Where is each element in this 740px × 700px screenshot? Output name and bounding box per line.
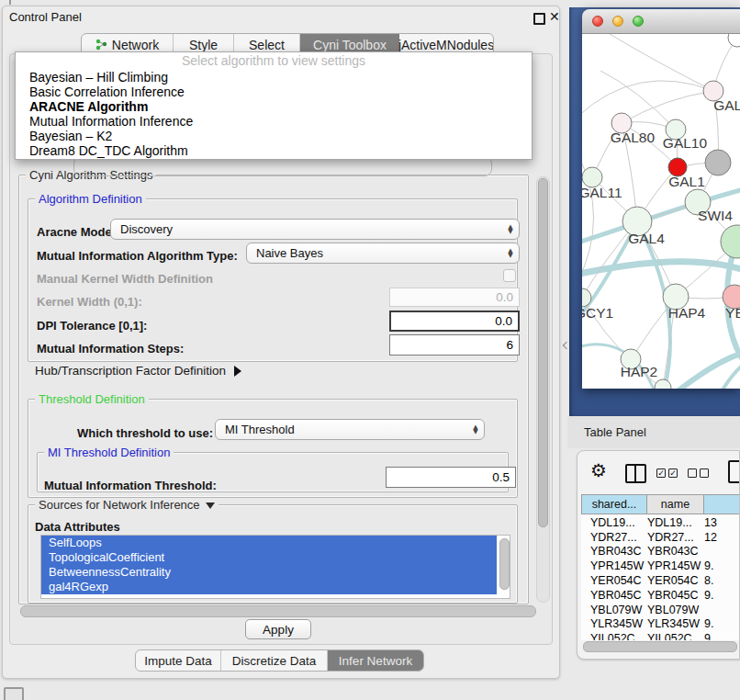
network-edge[interactable] bbox=[582, 81, 713, 117]
node-label-gcy1: GCY1 bbox=[582, 305, 613, 321]
table-header-row: shared...name bbox=[581, 494, 740, 514]
algorithm-option-bayesian-hill-climbing[interactable]: Bayesian – Hill Climbing bbox=[16, 70, 532, 85]
node-label-gal11: GAL11 bbox=[582, 185, 622, 200]
apply-button-label: Apply bbox=[263, 623, 294, 637]
threshold-definition-title: Threshold Definition bbox=[35, 393, 149, 405]
table-row[interactable]: YDL19...YDL19...13 bbox=[581, 515, 740, 530]
table-panel-title: Table Panel bbox=[584, 425, 646, 439]
table-cell: YER054C bbox=[647, 574, 704, 587]
table-cell: YBL079W bbox=[581, 604, 647, 616]
which-threshold-combo[interactable]: MI Threshold ▲▼ bbox=[215, 419, 485, 440]
deselect-all-icon[interactable] bbox=[688, 469, 709, 478]
table-cell: YBR045C bbox=[581, 589, 647, 602]
hub-definition-expander[interactable]: Hub/Transcription Factor Definition bbox=[35, 364, 241, 378]
table-row[interactable]: YIL052CYIL052C9. bbox=[581, 631, 740, 640]
table-row[interactable]: YLR345WYLR345W9. bbox=[581, 617, 740, 632]
tab-impute-data[interactable]: Impute Data bbox=[136, 650, 221, 671]
hub-definition-label: Hub/Transcription Factor Definition bbox=[35, 364, 226, 378]
dpi-tolerance-field[interactable]: 0.0 bbox=[389, 310, 520, 332]
apply-button[interactable]: Apply bbox=[245, 619, 311, 639]
network-canvas[interactable]: GAL7GAL80GAL10GAL1SWI4GAL11GAL4GCY1HAP4Y… bbox=[582, 34, 740, 389]
which-threshold-value: MI Threshold bbox=[216, 423, 467, 436]
attribute-item-topologicalcoefficient[interactable]: TopologicalCoefficient bbox=[41, 550, 497, 565]
algorithm-option-mutual-information-inference[interactable]: Mutual Information Inference bbox=[16, 114, 532, 129]
algorithm-dropdown-popup: Select algorithm to view settingsBayesia… bbox=[15, 51, 533, 160]
tab-label: jActiveMNodules bbox=[398, 38, 494, 52]
column-header-shared[interactable]: shared... bbox=[581, 494, 647, 514]
float-panel-icon[interactable] bbox=[533, 13, 545, 25]
column-header-2[interactable] bbox=[704, 494, 740, 514]
minimize-window-icon[interactable] bbox=[612, 16, 623, 27]
network-window-titlebar[interactable] bbox=[582, 9, 740, 34]
sources-group-title: Sources for Network Inference bbox=[39, 499, 200, 511]
table-row[interactable]: YDR27...YDR27...12 bbox=[581, 530, 740, 545]
network-node[interactable] bbox=[721, 225, 740, 258]
kernel-width-value: 0.0 bbox=[496, 290, 519, 304]
settings-scrollbar-thumb[interactable] bbox=[538, 178, 548, 527]
select-all-icon[interactable]: ✓ ✓ bbox=[656, 469, 678, 478]
table-cell: YLR345W bbox=[581, 617, 647, 630]
zoom-window-icon[interactable] bbox=[633, 16, 644, 27]
tab-label: Cyni Toolbox bbox=[313, 38, 387, 52]
table-cell: 9. bbox=[704, 559, 732, 572]
algorithm-option-dream8-dc-tdc-algorithm[interactable]: Dream8 DC_TDC Algorithm bbox=[16, 143, 532, 158]
table-row[interactable]: YBR045CYBR045C9. bbox=[581, 588, 740, 603]
network-edge[interactable] bbox=[610, 34, 713, 91]
mi-steps-value: 6 bbox=[506, 338, 519, 352]
manual-kernel-checkbox[interactable] bbox=[503, 269, 516, 282]
node-label-gal4: GAL4 bbox=[628, 231, 665, 246]
column-layout-icon[interactable] bbox=[625, 464, 646, 483]
network-node[interactable] bbox=[705, 150, 731, 175]
settings-horizontal-scrollbar[interactable] bbox=[20, 605, 536, 617]
table-row[interactable]: YBL079WYBL079W bbox=[581, 603, 740, 617]
close-panel-icon[interactable]: ✕ bbox=[549, 9, 560, 24]
network-node[interactable] bbox=[655, 379, 671, 389]
table-panel-titlebar: Table Panel bbox=[567, 416, 740, 448]
algorithm-option-aracne-algorithm[interactable]: ARACNE Algorithm bbox=[16, 99, 532, 114]
gear-icon[interactable]: ⚙ bbox=[590, 459, 607, 481]
tab-discretize-data[interactable]: Discretize Data bbox=[221, 650, 328, 671]
algorithm-option-basic-correlation-inference[interactable]: Basic Correlation Inference bbox=[16, 85, 532, 99]
table-row[interactable]: YPR145WYPR145W9. bbox=[581, 559, 740, 573]
network-edge[interactable] bbox=[720, 361, 740, 389]
collapse-down-icon bbox=[206, 502, 215, 509]
attributes-scrollbar[interactable] bbox=[499, 538, 510, 590]
table-cell: YDL19... bbox=[581, 516, 647, 529]
table-cell: YIL052C bbox=[581, 632, 647, 640]
table-cell: YBR043C bbox=[581, 545, 647, 558]
algorithm-placeholder: Select algorithm to view settings bbox=[16, 52, 532, 70]
attribute-item-betweennesscentrality[interactable]: BetweennessCentrality bbox=[41, 565, 497, 580]
column-header-name[interactable]: name bbox=[647, 494, 704, 514]
table-row[interactable]: YBR043CYBR043C bbox=[581, 545, 740, 559]
table-cell: YLR345W bbox=[647, 617, 704, 630]
network-edge[interactable] bbox=[674, 352, 740, 389]
node-label-gal1: GAL1 bbox=[668, 174, 705, 189]
mi-threshold-field[interactable]: 0.5 bbox=[386, 467, 516, 488]
export-table-icon[interactable] bbox=[728, 460, 740, 483]
mi-steps-field[interactable]: 6 bbox=[389, 334, 520, 356]
kernel-width-field[interactable]: 0.0 bbox=[389, 288, 520, 307]
table-cell: YDR27... bbox=[647, 531, 704, 544]
network-node[interactable] bbox=[728, 34, 740, 47]
close-window-icon[interactable] bbox=[592, 16, 603, 27]
mi-type-label: Mutual Information Algorithm Type: bbox=[37, 249, 238, 263]
attribute-item-selfloops[interactable]: SelfLoops bbox=[41, 536, 497, 550]
sources-group-header[interactable]: Sources for Network Inference bbox=[35, 499, 219, 511]
network-tab-icon bbox=[95, 39, 107, 51]
mi-threshold-value: 0.5 bbox=[492, 470, 515, 484]
table-row[interactable]: YER054CYER054C8. bbox=[581, 573, 740, 588]
node-label-swi4: SWI4 bbox=[698, 208, 733, 223]
network-edge[interactable] bbox=[622, 91, 713, 123]
checked-box-icon: ✓ bbox=[656, 469, 666, 478]
algorithm-option-bayesian-k2[interactable]: Bayesian – K2 bbox=[16, 129, 532, 143]
aracne-mode-combo[interactable]: Discovery ▲▼ bbox=[110, 219, 520, 240]
data-attributes-list[interactable]: SelfLoopsTopologicalCoefficientBetweenne… bbox=[40, 535, 510, 599]
table-rows: YDL19...YDL19...13YDR27...YDR27...12YBR0… bbox=[581, 515, 740, 640]
mi-type-combo[interactable]: Naive Bayes ▲▼ bbox=[246, 243, 520, 264]
table-horizontal-scrollbar[interactable] bbox=[583, 641, 737, 652]
expand-right-icon bbox=[234, 366, 241, 377]
collapsed-panel-icon[interactable] bbox=[4, 687, 24, 700]
table-panel-window: ⚙ ✓ ✓ shared...name YDL19...YDL19...13YD… bbox=[577, 450, 740, 660]
attribute-item-gal4rgexp[interactable]: gal4RGexp bbox=[41, 580, 497, 594]
tab-infer-network[interactable]: Infer Network bbox=[328, 650, 423, 671]
